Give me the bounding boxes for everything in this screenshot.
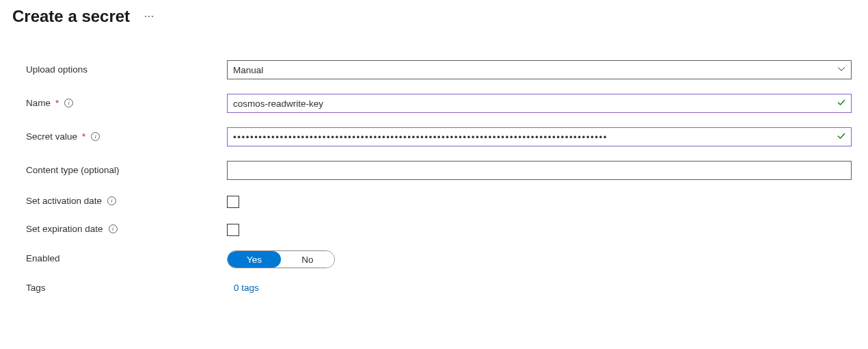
info-icon[interactable] [109,224,118,233]
enabled-yes-option[interactable]: Yes [228,251,281,268]
chevron-down-icon [837,65,845,75]
info-icon[interactable] [64,99,73,107]
name-input[interactable] [227,94,852,113]
expiration-date-checkbox[interactable] [227,224,239,236]
activation-date-checkbox[interactable] [227,196,239,208]
activation-date-label: Set activation date [26,196,102,206]
upload-options-select[interactable]: Manual [227,60,852,79]
tags-label: Tags [26,283,46,293]
expiration-date-label: Set expiration date [26,224,103,234]
more-commands-button[interactable] [142,13,156,20]
secret-value-input[interactable] [227,127,852,146]
secret-value-label: Secret value [26,131,77,142]
content-type-input[interactable] [227,161,852,180]
tags-link[interactable]: 0 tags [227,283,259,293]
info-icon[interactable] [91,132,100,141]
enabled-no-option[interactable]: No [281,251,334,268]
required-indicator: * [82,131,85,142]
check-icon [837,131,846,143]
name-label: Name [26,98,51,108]
check-icon [837,98,846,109]
upload-options-value: Manual [233,65,263,75]
page-title: Create a secret [12,7,130,26]
enabled-label: Enabled [26,253,60,263]
required-indicator: * [55,98,59,108]
info-icon[interactable] [107,196,116,205]
content-type-label: Content type (optional) [26,165,120,175]
upload-options-label: Upload options [26,64,87,75]
enabled-toggle[interactable]: Yes No [227,250,335,268]
